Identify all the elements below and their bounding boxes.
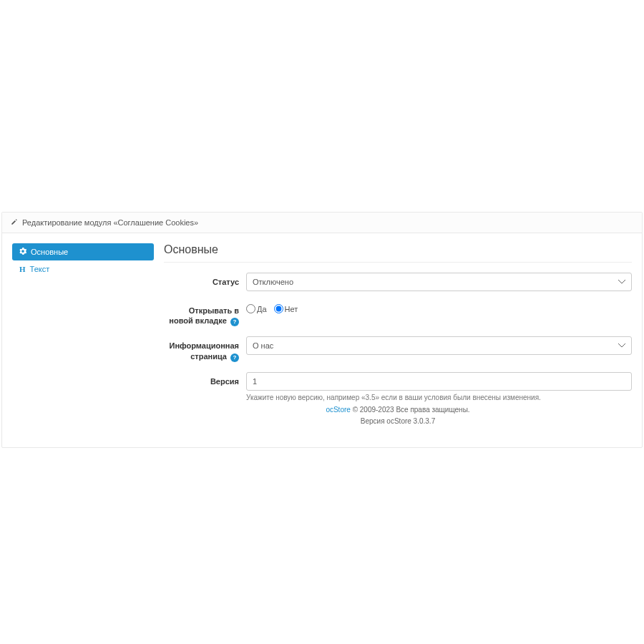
version-help: Укажите новую версию, например «3.5» есл… bbox=[246, 394, 632, 401]
pencil-icon bbox=[11, 218, 18, 227]
radio-no[interactable]: Нет bbox=[274, 304, 298, 313]
cog-icon bbox=[19, 248, 26, 256]
tab-main-label: Основные bbox=[31, 248, 68, 256]
footer-copyright: © 2009-2023 Все права защищены. bbox=[351, 406, 470, 414]
field-infopage: Информационная страница ? О нас bbox=[164, 336, 632, 361]
version-input[interactable] bbox=[246, 372, 632, 391]
heading-icon: H bbox=[19, 265, 26, 273]
tab-text-label: Текст bbox=[30, 265, 50, 273]
panel-heading: Редактирование модуля «Соглашение Cookie… bbox=[2, 213, 642, 233]
nav-tabs: Основные H Текст bbox=[12, 243, 154, 278]
status-select[interactable]: Отключено bbox=[246, 273, 632, 291]
radio-yes[interactable]: Да bbox=[246, 304, 267, 313]
footer-version: Версия ocStore 3.0.3.7 bbox=[164, 416, 632, 427]
version-label: Версия bbox=[164, 372, 246, 401]
help-icon[interactable]: ? bbox=[230, 318, 239, 326]
newtab-label: Открывать в новой вкладке ? bbox=[164, 301, 246, 326]
help-icon[interactable]: ? bbox=[230, 353, 239, 362]
infopage-label: Информационная страница ? bbox=[164, 336, 246, 361]
panel-title: Редактирование модуля «Соглашение Cookie… bbox=[22, 218, 198, 227]
section-legend: Основные bbox=[164, 243, 632, 263]
tab-text[interactable]: H Текст bbox=[12, 260, 154, 278]
field-version: Версия Укажите новую версию, например «3… bbox=[164, 372, 632, 401]
infopage-select[interactable]: О нас bbox=[246, 336, 632, 355]
field-status: Статус Отключено bbox=[164, 273, 632, 291]
tab-main[interactable]: Основные bbox=[12, 243, 154, 260]
status-label: Статус bbox=[164, 273, 246, 291]
footer: ocStore © 2009-2023 Все права защищены. … bbox=[164, 404, 632, 437]
field-newtab: Открывать в новой вкладке ? Да bbox=[164, 301, 632, 326]
footer-brand-link[interactable]: ocStore bbox=[326, 406, 350, 414]
panel-main: Редактирование модуля «Соглашение Cookie… bbox=[1, 212, 643, 448]
